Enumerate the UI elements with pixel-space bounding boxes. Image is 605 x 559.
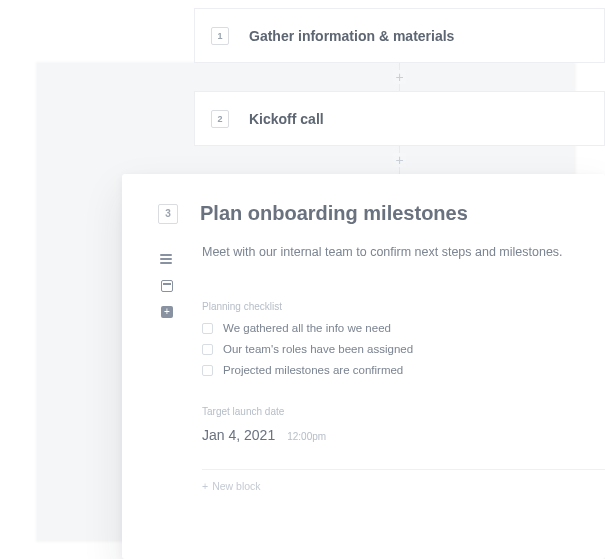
checkbox[interactable] bbox=[202, 344, 213, 355]
step-card-2[interactable]: 2 Kickoff call bbox=[194, 91, 605, 146]
step-card-3-expanded: 3 Plan onboarding milestones + Meet with… bbox=[122, 174, 605, 559]
plus-icon: + bbox=[202, 480, 208, 492]
target-date-value: Jan 4, 2021 bbox=[202, 427, 275, 443]
step-number-badge: 1 bbox=[211, 27, 229, 45]
new-block-button[interactable]: +New block bbox=[122, 470, 605, 492]
target-time-value: 12:00pm bbox=[287, 431, 326, 442]
checklist-item-label: Our team's roles have been assigned bbox=[223, 343, 413, 355]
step-title: Kickoff call bbox=[249, 111, 324, 127]
add-step-icon[interactable]: + bbox=[393, 153, 405, 167]
step-title: Plan onboarding milestones bbox=[200, 202, 468, 225]
target-date-row[interactable]: Jan 4, 2021 12:00pm bbox=[202, 427, 575, 443]
step-header: 3 Plan onboarding milestones bbox=[122, 202, 605, 225]
checklist-item[interactable]: We gathered all the info we need bbox=[202, 322, 575, 334]
step-connector: + bbox=[194, 63, 605, 91]
checklist-label: Planning checklist bbox=[202, 301, 575, 312]
block-type-rail: + bbox=[158, 254, 176, 318]
step-card-1[interactable]: 1 Gather information & materials bbox=[194, 8, 605, 63]
step-number-badge: 2 bbox=[211, 110, 229, 128]
add-step-icon[interactable]: + bbox=[393, 70, 405, 84]
step-connector: + bbox=[194, 146, 605, 174]
step-number-badge: 3 bbox=[158, 204, 178, 224]
step-description[interactable]: Meet with our internal team to confirm n… bbox=[202, 245, 575, 259]
step-title: Gather information & materials bbox=[249, 28, 454, 44]
text-block-icon[interactable] bbox=[160, 254, 174, 266]
checklist-item-label: We gathered all the info we need bbox=[223, 322, 391, 334]
checklist-item[interactable]: Projected milestones are confirmed bbox=[202, 364, 575, 376]
checkbox[interactable] bbox=[202, 323, 213, 334]
checkbox[interactable] bbox=[202, 365, 213, 376]
checklist-item-label: Projected milestones are confirmed bbox=[223, 364, 403, 376]
plus-glyph: + bbox=[164, 307, 170, 317]
target-date-label: Target launch date bbox=[202, 406, 575, 417]
add-block-icon[interactable]: + bbox=[161, 306, 173, 318]
checklist-item[interactable]: Our team's roles have been assigned bbox=[202, 343, 575, 355]
new-block-label: New block bbox=[212, 480, 260, 492]
calendar-icon[interactable] bbox=[161, 280, 173, 292]
